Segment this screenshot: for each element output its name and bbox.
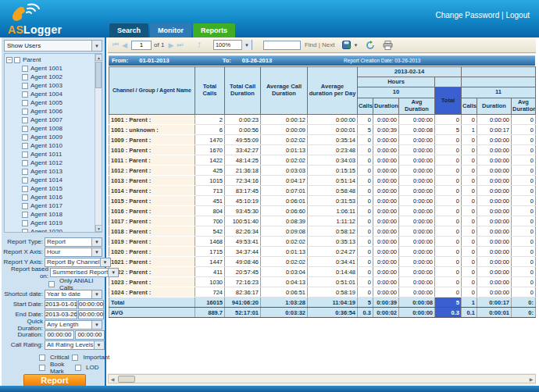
show-users-dropdown[interactable]: Show Users ▼ [4, 40, 102, 52]
cell: 1:11:12 [308, 216, 358, 226]
tab-monitor[interactable]: Monitor [150, 23, 191, 37]
agent-checkbox[interactable] [22, 212, 28, 218]
cell: 0 [358, 145, 373, 155]
tree-item-parent[interactable]: − Parent [6, 55, 94, 64]
tree-item-agent[interactable]: Agent 1020 [6, 227, 94, 233]
horizontal-scrollbar[interactable]: ◀ ▶ [108, 374, 536, 383]
tree-scrollbar[interactable]: ▲ ▼ [95, 54, 102, 232]
agent-checkbox[interactable] [22, 186, 28, 192]
agent-checkbox[interactable] [22, 169, 28, 175]
agent-checkbox[interactable] [22, 143, 28, 149]
agent-checkbox[interactable] [22, 151, 28, 158]
agent-checkbox[interactable] [22, 109, 28, 115]
end-date-input[interactable] [45, 310, 77, 319]
tree-item-agent[interactable]: Agent 1010 [6, 141, 94, 150]
zoom-select[interactable]: 100% ▼ [213, 40, 252, 50]
agent-checkbox[interactable] [22, 91, 28, 98]
tree-item-agent[interactable]: Agent 1008 [6, 124, 94, 133]
change-password-link[interactable]: Change Password [436, 11, 500, 20]
tree-item-agent[interactable]: Agent 1004 [6, 90, 94, 98]
tree-item-agent[interactable]: Agent 1001 [6, 64, 94, 73]
agent-checkbox[interactable] [22, 194, 28, 201]
call-rating-select[interactable]: All Rating Levels ▼ [45, 340, 105, 350]
agent-checkbox[interactable] [22, 177, 28, 184]
scroll-right-icon[interactable]: ▶ [527, 375, 535, 383]
tree-item-agent[interactable]: Agent 1016 [6, 193, 94, 201]
tree-item-agent[interactable]: Agent 1009 [6, 133, 94, 141]
chevron-down-icon[interactable]: ▼ [91, 238, 102, 246]
scroll-left-icon[interactable]: ◀ [109, 375, 116, 383]
tree-item-agent[interactable]: Agent 1007 [6, 116, 94, 124]
chevron-down-icon[interactable]: ▼ [91, 248, 102, 256]
tree-item-agent[interactable]: Agent 1018 [6, 210, 94, 219]
collapse-icon[interactable]: − [6, 57, 12, 63]
tree-item-agent[interactable]: Agent 1014 [6, 176, 94, 184]
agent-checkbox[interactable] [22, 203, 28, 209]
tree-item-agent[interactable]: Agent 1002 [6, 73, 94, 81]
chevron-down-icon[interactable]: ▼ [100, 258, 110, 266]
chevron-down-icon[interactable]: ▼ [91, 321, 102, 329]
tree-item-agent[interactable]: Agent 1006 [6, 107, 94, 116]
scroll-down-icon[interactable]: ▼ [95, 225, 102, 232]
next-link[interactable]: Next [322, 41, 334, 48]
export-icon[interactable]: ▼ [342, 41, 358, 50]
agent-checkbox[interactable] [22, 160, 28, 166]
find-link[interactable]: Find [305, 41, 317, 48]
parent-report-icon[interactable]: ⤴ [197, 41, 201, 49]
shortcut-date-select[interactable]: Year to date ▼ [45, 290, 102, 299]
y-axis-select[interactable]: Report By Channel ▼ [45, 258, 111, 267]
agent-checkbox[interactable] [22, 100, 28, 106]
lod-checkbox[interactable] [75, 365, 81, 371]
start-time-input[interactable] [78, 300, 104, 309]
tree-item-agent[interactable]: Agent 1013 [6, 167, 94, 176]
parent-checkbox[interactable] [14, 57, 20, 63]
chevron-down-icon[interactable]: ▼ [108, 269, 118, 276]
tree-item-agent[interactable]: Agent 1011 [6, 150, 94, 159]
end-time-input[interactable] [78, 310, 104, 319]
print-icon[interactable] [383, 41, 393, 50]
start-date-input[interactable] [45, 300, 77, 309]
prev-page-icon[interactable]: ◀ [122, 41, 127, 49]
chevron-down-icon[interactable]: ▼ [94, 341, 104, 349]
find-input[interactable] [263, 41, 301, 50]
quick-duration-select[interactable]: Any Length ▼ [45, 320, 102, 330]
chevron-down-icon[interactable]: ▼ [241, 40, 252, 50]
tree-item-agent[interactable]: Agent 1017 [6, 201, 94, 210]
agent-checkbox[interactable] [22, 74, 28, 80]
tree-item-agent[interactable]: Agent 1015 [6, 184, 94, 193]
report-type-select[interactable]: Report ▼ [45, 237, 102, 247]
important-checkbox[interactable] [72, 355, 78, 361]
scroll-up-icon[interactable]: ▲ [95, 54, 102, 61]
x-axis-select[interactable]: Hour ▼ [45, 248, 102, 257]
tree-item-agent[interactable]: Agent 1012 [6, 159, 94, 167]
agent-checkbox[interactable] [22, 134, 28, 141]
agent-checkbox[interactable] [22, 220, 28, 226]
logout-link[interactable]: Logout [505, 11, 530, 20]
bookmark-checkbox[interactable] [39, 365, 45, 371]
first-page-icon[interactable]: ⏮ [112, 41, 119, 49]
page-number-input[interactable] [131, 41, 152, 50]
agent-checkbox[interactable] [22, 117, 28, 123]
tab-reports[interactable]: Reports [193, 23, 235, 37]
duration-to-input[interactable] [75, 330, 105, 340]
only-aniali-checkbox[interactable] [48, 281, 55, 287]
tree-scroll-thumb[interactable] [95, 62, 102, 88]
hscroll-thumb[interactable] [118, 376, 135, 383]
next-page-icon[interactable]: ▶ [168, 41, 173, 49]
last-page-icon[interactable]: ⏭ [177, 41, 183, 49]
tree-item-agent[interactable]: Agent 1019 [6, 219, 94, 227]
tree-item-agent[interactable]: Agent 1003 [6, 81, 94, 90]
chevron-down-icon[interactable]: ▼ [91, 290, 102, 298]
agent-checkbox[interactable] [22, 229, 28, 233]
chevron-down-icon[interactable]: ▼ [91, 41, 102, 51]
report-button[interactable]: Report [23, 374, 86, 387]
agent-checkbox[interactable] [22, 126, 28, 132]
tree-item-agent[interactable]: Agent 1005 [6, 98, 94, 107]
duration-from-input[interactable] [45, 330, 74, 340]
agent-checkbox[interactable] [22, 83, 28, 89]
tab-search[interactable]: Search [109, 23, 148, 37]
agent-checkbox[interactable] [22, 66, 28, 72]
critical-checkbox[interactable] [39, 355, 45, 361]
refresh-icon[interactable] [366, 41, 375, 50]
based-on-select[interactable]: Summerised Report ▼ [50, 268, 119, 277]
